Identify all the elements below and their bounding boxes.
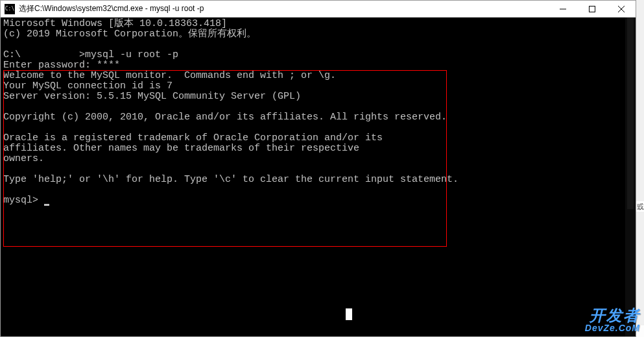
terminal-output: Microsoft Windows [版本 10.0.18363.418] (c… — [1, 18, 636, 207]
watermark-line1: 开发者 — [585, 307, 640, 323]
background-fragment: 戜 — [636, 201, 644, 212]
close-button[interactable] — [606, 1, 636, 18]
watermark-line2: DevZe.CoM — [585, 323, 640, 333]
terminal-cursor — [44, 204, 49, 206]
vertical-scrollbar[interactable] — [625, 18, 636, 336]
watermark: 开发者 DevZe.CoM — [585, 307, 640, 333]
minimize-button[interactable] — [548, 1, 577, 18]
scrollbar-thumb[interactable] — [627, 18, 634, 209]
window-controls — [548, 1, 636, 18]
maximize-button[interactable] — [577, 1, 606, 18]
window-title: 选择C:\Windows\system32\cmd.exe - mysql -u… — [19, 3, 548, 14]
cmd-icon: C:\ — [5, 4, 15, 14]
cmd-window: C:\ 选择C:\Windows\system32\cmd.exe - mysq… — [0, 0, 636, 337]
titlebar[interactable]: C:\ 选择C:\Windows\system32\cmd.exe - mysq… — [1, 1, 636, 18]
svg-rect-1 — [589, 6, 595, 12]
redacted-path — [21, 50, 79, 59]
terminal[interactable]: Microsoft Windows [版本 10.0.18363.418] (c… — [1, 18, 636, 336]
selection-caret — [346, 308, 352, 320]
